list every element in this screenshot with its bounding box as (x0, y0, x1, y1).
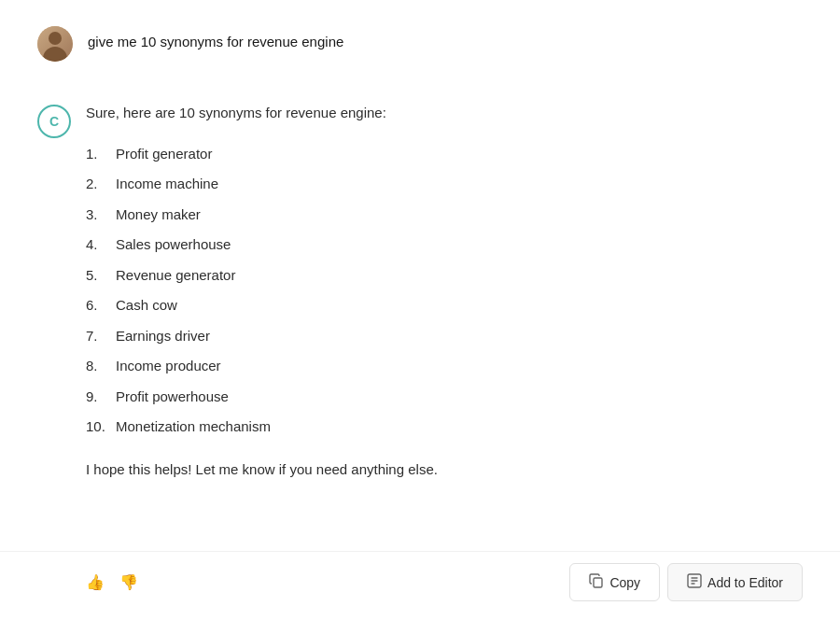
ai-avatar: C (37, 105, 71, 138)
add-to-editor-button[interactable]: Add to Editor (667, 563, 803, 601)
list-item: 7.Earnings driver (86, 321, 803, 352)
svg-rect-0 (594, 578, 602, 587)
list-item: 9.Profit powerhouse (86, 382, 803, 413)
add-to-editor-icon (687, 573, 702, 591)
list-number: 10. (86, 416, 116, 438)
list-item: 4.Sales powerhouse (86, 230, 803, 261)
list-number: 1. (86, 144, 116, 165)
list-text: Income producer (116, 356, 221, 377)
list-number: 2. (86, 174, 116, 195)
thumbs-down-button[interactable]: 👎 (116, 570, 142, 595)
list-number: 5. (86, 265, 116, 287)
list-text: Money maker (116, 204, 201, 226)
list-text: Profit powerhouse (116, 387, 229, 408)
copy-icon (589, 573, 604, 591)
list-text: Cash cow (116, 295, 177, 317)
feedback-buttons: 👍 👎 (82, 570, 142, 595)
list-text: Profit generator (116, 144, 212, 165)
list-text: Revenue generator (116, 265, 235, 287)
action-buttons: Copy Add to Editor (569, 563, 803, 601)
list-number: 9. (86, 387, 116, 408)
thumbs-up-button[interactable]: 👍 (82, 570, 108, 595)
ai-outro-text: I hope this helps! Let me know if you ne… (86, 459, 803, 481)
list-number: 3. (86, 204, 116, 226)
ai-content: Sure, here are 10 synonyms for revenue e… (86, 103, 803, 497)
list-text: Sales powerhouse (116, 234, 231, 256)
ai-avatar-letter: C (49, 114, 59, 129)
list-item: 1.Profit generator (86, 139, 803, 170)
list-text: Income machine (116, 174, 218, 195)
synonyms-list: 1.Profit generator2.Income machine3.Mone… (86, 139, 803, 443)
ai-message: C Sure, here are 10 synonyms for revenue… (0, 80, 840, 547)
copy-label: Copy (609, 575, 640, 590)
list-number: 6. (86, 295, 116, 317)
user-message: give me 10 synonyms for revenue engine (0, 0, 840, 80)
list-item: 6.Cash cow (86, 290, 803, 321)
thumbs-up-icon: 👍 (86, 573, 105, 591)
user-message-text: give me 10 synonyms for revenue engine (88, 26, 343, 49)
list-item: 10.Monetization mechanism (86, 412, 803, 443)
user-avatar (37, 26, 73, 62)
list-item: 8.Income producer (86, 351, 803, 382)
list-number: 8. (86, 356, 116, 377)
user-avatar-image (37, 26, 73, 62)
chat-container: give me 10 synonyms for revenue engine C… (0, 0, 840, 620)
list-text: Earnings driver (116, 326, 210, 347)
list-item: 3.Money maker (86, 200, 803, 231)
list-number: 4. (86, 234, 116, 256)
add-to-editor-label: Add to Editor (707, 575, 783, 590)
list-item: 2.Income machine (86, 169, 803, 200)
list-number: 7. (86, 326, 116, 347)
ai-intro-text: Sure, here are 10 synonyms for revenue e… (86, 103, 803, 124)
list-text: Monetization mechanism (116, 416, 271, 438)
copy-button[interactable]: Copy (569, 563, 660, 601)
list-item: 5.Revenue generator (86, 261, 803, 291)
thumbs-down-icon: 👎 (119, 573, 138, 591)
action-bar: 👍 👎 Copy (0, 551, 840, 620)
